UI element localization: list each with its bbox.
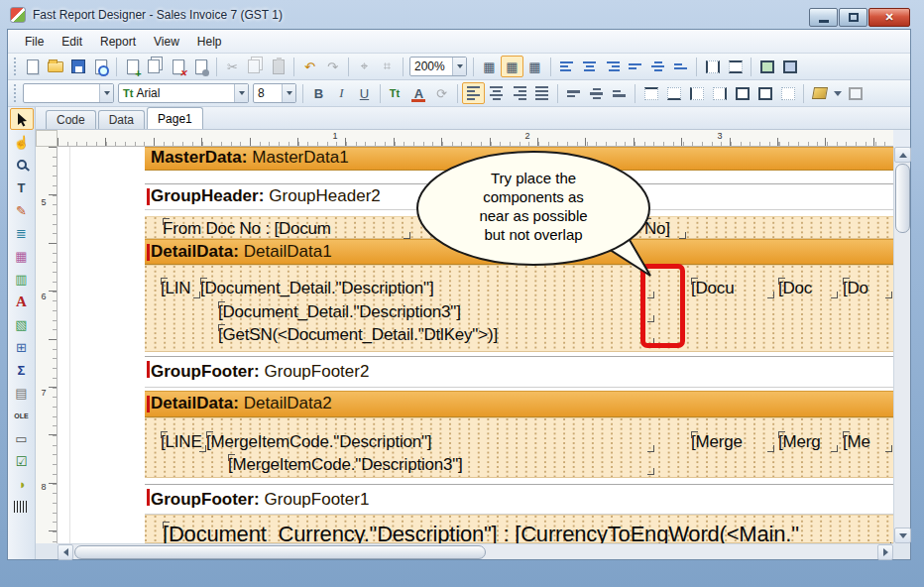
barcode-object-tool[interactable] <box>10 496 34 518</box>
text-object-merge-description3[interactable]: [MergeItemCode."Description3"] <box>228 454 654 475</box>
copy-page-button[interactable] <box>144 56 167 77</box>
valign-middle-button[interactable] <box>585 82 608 104</box>
gradient-object-tool[interactable]: ◑ <box>10 473 34 495</box>
menu-help[interactable]: Help <box>188 32 231 52</box>
rotate-text-button[interactable]: ⟳ <box>430 82 453 104</box>
tab-data[interactable]: Data <box>98 110 145 129</box>
subreport-object-tool[interactable]: ⊞ <box>10 336 34 358</box>
fill-color-button[interactable] <box>808 82 831 104</box>
frame-all-button[interactable] <box>731 82 753 104</box>
scroll-down-button[interactable] <box>894 528 911 543</box>
page-object-tool[interactable]: ▤ <box>10 382 34 404</box>
text-object-tool[interactable]: A <box>10 291 34 312</box>
valign-bottom-button[interactable] <box>608 82 631 104</box>
font-name-combobox[interactable]: Tt Arial <box>118 83 249 103</box>
toolbar-drag-handle[interactable] <box>14 84 17 102</box>
text-align-left-button[interactable] <box>462 82 485 104</box>
copy-button[interactable] <box>244 56 267 77</box>
ole-object-tool[interactable]: OLE <box>10 405 34 426</box>
valign-top-button[interactable] <box>562 82 585 104</box>
total-object-tool[interactable]: Σ <box>10 359 34 381</box>
zoom-tool[interactable] <box>10 154 34 176</box>
text-edit-tool[interactable]: T <box>10 176 34 198</box>
align-bottoms-button[interactable] <box>669 56 692 77</box>
toolbar-drag-handle[interactable] <box>14 58 17 75</box>
bold-button[interactable]: B <box>307 82 330 104</box>
show-grid-button[interactable]: ▦ <box>478 56 501 77</box>
picture-object-tool[interactable]: ▧ <box>10 313 34 335</box>
style-combobox[interactable] <box>23 83 114 103</box>
chevron-down-icon[interactable] <box>452 58 466 75</box>
tab-code[interactable]: Code <box>46 110 96 129</box>
text-align-justify-button[interactable] <box>530 82 553 104</box>
frame-none-button[interactable] <box>776 82 799 104</box>
frame-style-button[interactable] <box>844 82 866 104</box>
new-page-button[interactable] <box>121 56 144 77</box>
scroll-left-button[interactable] <box>58 544 73 560</box>
underline-button[interactable]: U <box>353 82 376 104</box>
band-groupfooter2-header[interactable]: GroupFooter:GroupFooter2 <box>145 356 893 388</box>
vertical-scroll-thumb[interactable] <box>895 164 910 233</box>
scroll-right-button[interactable] <box>877 544 893 560</box>
text-object-line-no[interactable]: [LINE <box>161 431 206 452</box>
snap-to-grid-button[interactable]: ▦ <box>501 56 523 77</box>
align-centers-button[interactable] <box>578 56 601 77</box>
vertical-scrollbar[interactable] <box>893 147 910 543</box>
close-button[interactable]: ✕ <box>868 8 910 27</box>
fill-color-dropdown[interactable] <box>831 82 844 104</box>
align-tops-button[interactable] <box>624 56 646 77</box>
band-groupfooter1-header[interactable]: GroupFooter:GroupFooter1 <box>145 484 893 515</box>
horizontal-scroll-thumb[interactable] <box>74 545 486 559</box>
maximize-button[interactable] <box>839 8 867 27</box>
undo-button[interactable]: ↶ <box>298 56 321 77</box>
frame-right-button[interactable] <box>708 82 731 104</box>
same-width-button[interactable] <box>701 56 724 77</box>
checkbox-object-tool[interactable]: ☑ <box>10 450 34 472</box>
ungroup-button[interactable]: ⌗ <box>376 56 399 77</box>
frame-top-button[interactable] <box>639 82 662 104</box>
frame-bottom-button[interactable] <box>662 82 685 104</box>
italic-button[interactable]: I <box>330 82 353 104</box>
text-object-from-doc-no[interactable]: From Doc No : [Docum <box>163 218 410 239</box>
send-to-back-button[interactable] <box>778 56 801 77</box>
frame-outside-button[interactable] <box>753 82 776 104</box>
text-object-getsn[interactable]: [GetSN(<Document_Detail."DtlKey">)] <box>218 324 654 345</box>
insert-band-tool[interactable]: ≣ <box>10 222 34 244</box>
paste-button[interactable] <box>267 56 289 77</box>
open-report-button[interactable] <box>44 56 66 77</box>
text-object-currency-words[interactable]: [Document_Currency."Description"] : [Cur… <box>163 522 891 543</box>
groupfooter-band-area[interactable]: [Document_Currency."Description"] : [Cur… <box>145 515 893 543</box>
text-object-description3[interactable]: [Document_Detail."Description3"] <box>218 301 654 322</box>
format-painter-tool[interactable]: ✎ <box>10 199 34 221</box>
redo-button[interactable]: ↷ <box>321 56 344 77</box>
new-report-button[interactable] <box>21 56 44 77</box>
frame-left-button[interactable] <box>685 82 708 104</box>
align-lefts-button[interactable] <box>555 56 578 77</box>
font-size-combobox[interactable]: 8 <box>253 83 296 103</box>
menu-report[interactable]: Report <box>91 32 145 52</box>
align-middles-button[interactable] <box>646 56 669 77</box>
text-object-merge-description[interactable]: [MergeItemCode."Description"] <box>206 431 654 452</box>
align-rights-button[interactable] <box>601 56 624 77</box>
font-color-button[interactable]: A <box>407 82 430 104</box>
text-object-merge-price[interactable]: [Me <box>843 431 892 452</box>
cut-button[interactable]: ✂ <box>221 56 244 77</box>
design-canvas[interactable]: MasterData:MasterData1 GroupHeader:Group… <box>58 147 893 543</box>
text-object-price[interactable]: [Do <box>843 278 892 298</box>
text-object-uom[interactable]: [Doc <box>778 278 838 298</box>
group-button[interactable]: ⌖ <box>353 56 376 77</box>
tab-page1[interactable]: Page1 <box>147 107 203 129</box>
delete-page-button[interactable] <box>167 56 189 77</box>
text-object-merge-uom[interactable]: [Merg <box>778 431 838 452</box>
detaildata2-band-area[interactable]: [LINE [MergeItemCode."Description"] [Mer… <box>145 417 893 478</box>
text-object-merge-qty[interactable]: [Merge <box>691 431 774 452</box>
menu-file[interactable]: File <box>16 32 53 52</box>
chevron-down-icon[interactable] <box>234 84 248 102</box>
chart-object-tool[interactable]: ▥ <box>10 268 34 290</box>
scroll-up-button[interactable] <box>894 147 911 163</box>
menu-view[interactable]: View <box>145 32 188 52</box>
chevron-down-icon[interactable] <box>282 84 295 102</box>
horizontal-scrollbar[interactable] <box>58 543 893 559</box>
font-style-button[interactable]: Tt <box>385 82 407 104</box>
minimize-button[interactable] <box>809 8 838 27</box>
